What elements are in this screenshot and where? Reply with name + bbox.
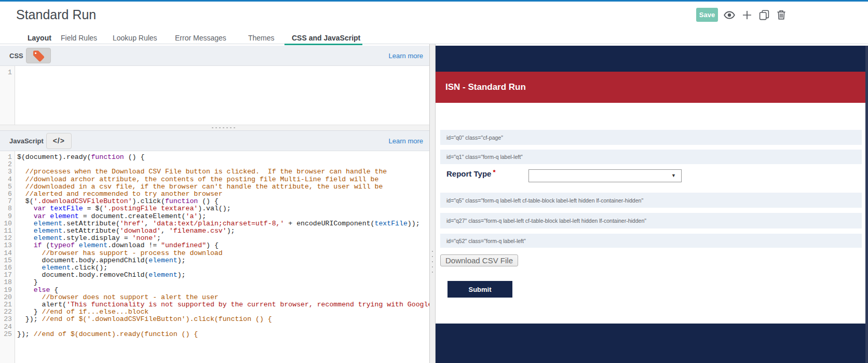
line-number: 9 — [0, 213, 12, 220]
copy-button[interactable] — [759, 8, 769, 22]
tab-field-rules[interactable]: Field Rules — [61, 27, 97, 44]
line-number: 17 — [0, 272, 12, 279]
code-line: }); //end of $(document).ready(function … — [17, 331, 429, 338]
code-line: $(document).ready(function () { — [17, 154, 429, 161]
tag-icon — [32, 49, 45, 62]
line-number: 24 — [0, 324, 12, 331]
js-editor[interactable]: 1234567891011121314151617181920212223242… — [0, 151, 429, 363]
code-line: element.style.display = 'none'; — [17, 235, 429, 242]
code-line — [17, 324, 429, 331]
line-number: 7 — [0, 198, 12, 205]
form-banner: ISN - Standard Run — [436, 72, 865, 103]
header-actions: Save — [696, 8, 793, 22]
code-line: //downloaded in a csv file, if the brows… — [17, 183, 429, 191]
code-line: var element = document.createElement('a'… — [17, 213, 429, 220]
code-line — [17, 69, 429, 76]
code-line: //processes when the Download CSV File b… — [17, 168, 429, 176]
form-placeholder-block: id="q27" class="form-q label-left cf-tab… — [440, 213, 862, 228]
report-type-label: Report Type* — [446, 168, 495, 178]
preview-eye-button[interactable] — [724, 8, 735, 22]
line-number: 25 — [0, 331, 12, 338]
preview-right-strip — [865, 46, 868, 363]
delete-button[interactable] — [777, 8, 786, 22]
page-title: Standard Run — [16, 7, 96, 22]
css-panel-header: CSS Learn more — [0, 46, 429, 66]
line-number: 8 — [0, 205, 12, 212]
js-editor-gutter: 1234567891011121314151617181920212223242… — [0, 151, 15, 363]
line-number: 1 — [0, 69, 12, 76]
line-number: 16 — [0, 264, 12, 272]
vertical-resize-handle[interactable] — [429, 44, 436, 363]
css-learn-more-link[interactable]: Learn more — [389, 52, 423, 60]
resize-grip-dots — [211, 127, 236, 129]
code-line: element.setAttribute('href', 'data:text/… — [17, 220, 429, 227]
submit-button[interactable]: Submit — [447, 281, 512, 298]
css-panel-title: CSS — [9, 52, 23, 60]
eye-icon — [724, 11, 735, 19]
code-line: alert('This functionality is not support… — [17, 301, 429, 308]
line-number: 2 — [0, 161, 12, 168]
code-line: //browser has support - process the down… — [17, 250, 429, 257]
vertical-resize-grip-dots — [431, 247, 433, 277]
line-number: 23 — [0, 316, 12, 323]
css-editor-content[interactable] — [16, 66, 429, 125]
line-number: 11 — [0, 227, 12, 235]
js-learn-more-link[interactable]: Learn more — [389, 137, 423, 145]
form-placeholder-block: id="q5" class="form-q label-left cf-tabl… — [440, 193, 862, 208]
code-line: //browser does not support - alert the u… — [17, 294, 429, 301]
line-number: 4 — [0, 176, 12, 183]
plus-icon — [742, 10, 752, 20]
line-number: 14 — [0, 250, 12, 257]
line-number: 1 — [0, 154, 12, 161]
css-tag-button[interactable] — [26, 48, 51, 63]
code-line: if (typeof element.download != "undefine… — [17, 242, 429, 249]
line-number: 22 — [0, 308, 12, 316]
select-dropdown-arrow: ▼ — [671, 173, 676, 178]
code-line: //download archor attribute, the content… — [17, 176, 429, 183]
code-line: element.setAttribute('download', 'filena… — [17, 227, 429, 235]
line-number: 21 — [0, 301, 12, 308]
line-number: 12 — [0, 235, 12, 242]
js-panel-header: JavaScript </> Learn more — [0, 130, 429, 151]
form-placeholder-block: id="q1" class="form-q label-left" — [440, 150, 862, 164]
code-line: } //end of if...else...block — [17, 308, 429, 316]
line-number: 19 — [0, 287, 12, 294]
js-editor-content[interactable]: $(document).ready(function () { //proces… — [16, 151, 429, 363]
top-accent-bar — [0, 0, 868, 2]
code-line: }); //end of $('.downloadCSVFileButton')… — [17, 316, 429, 323]
required-asterisk: * — [493, 168, 495, 176]
line-number: 3 — [0, 168, 12, 176]
code-line: $('.downloadCSVFileButton').click(functi… — [17, 198, 429, 205]
form-page: id="q0" class="cf-page" id="q1" class="f… — [436, 103, 865, 324]
line-number: 5 — [0, 183, 12, 191]
panel-resize-handle[interactable] — [0, 125, 429, 130]
line-number: 20 — [0, 294, 12, 301]
tab-layout[interactable]: Layout — [28, 27, 51, 44]
form-placeholder-block: id="q52" class="form-q label-left" — [440, 234, 862, 248]
add-button[interactable] — [742, 8, 752, 22]
tab-themes[interactable]: Themes — [248, 27, 275, 44]
code-line: var textFile = $('.postingFile textarea'… — [17, 205, 429, 212]
download-csv-button[interactable]: Download CSV File — [440, 254, 518, 266]
js-panel-title: JavaScript — [9, 137, 44, 145]
line-number: 13 — [0, 242, 12, 249]
css-editor[interactable]: 1 — [0, 66, 429, 125]
form-placeholder-block: id="q0" class="cf-page" — [440, 130, 862, 145]
save-button[interactable]: Save — [696, 8, 718, 22]
report-type-select[interactable]: ▼ — [528, 169, 682, 182]
tab-lookup-rules[interactable]: Lookup Rules — [113, 27, 157, 44]
line-number: 18 — [0, 279, 12, 286]
code-line: document.body.removeChild(element); — [17, 272, 429, 279]
app-root: Standard Run Save LayoutField RulesLooku… — [0, 0, 868, 363]
code-line: else { — [17, 287, 429, 294]
css-editor-gutter: 1 — [0, 66, 15, 125]
active-tab-underline — [284, 44, 362, 45]
form-banner-title: ISN - Standard Run — [445, 82, 526, 92]
code-line: element.click(); — [17, 264, 429, 272]
tab-bar: LayoutField RulesLookup RulesError Messa… — [0, 27, 429, 44]
tab-error-messages[interactable]: Error Messages — [175, 27, 226, 44]
tab-css-and-javascript[interactable]: CSS and JavaScript — [292, 27, 360, 44]
js-code-button[interactable]: </> — [46, 133, 72, 149]
code-line: //alerted and recommended to try another… — [17, 191, 429, 198]
trash-icon — [777, 10, 786, 20]
